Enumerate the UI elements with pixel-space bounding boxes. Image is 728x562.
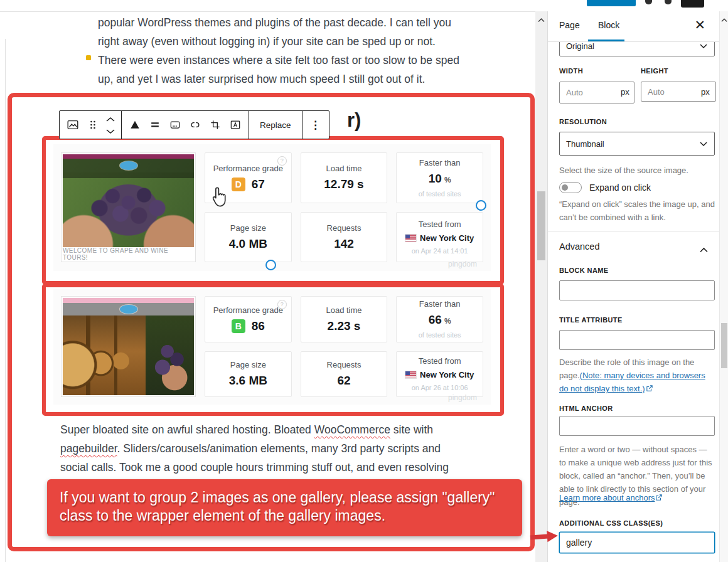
list-item-continued[interactable]: popular WordPress themes and plugins of … — [98, 13, 451, 51]
pingdom-watermark: pingdom — [448, 260, 477, 268]
performance-grade-card: ? Performance grade B 86 — [205, 296, 292, 342]
advanced-section-title[interactable]: Advanced — [559, 241, 600, 252]
hand-cursor — [211, 186, 228, 210]
site-screenshot-grapes — [63, 154, 194, 247]
link-icon[interactable] — [188, 117, 203, 132]
grade-badge: B — [232, 319, 245, 333]
options-button[interactable] — [681, 0, 704, 8]
learn-more-anchors-link[interactable]: Learn more about anchors — [559, 493, 655, 502]
scrollbar-thumb[interactable] — [721, 323, 727, 368]
metric-value: 66 — [429, 313, 442, 327]
page-size-card: Page size 3.6 MB — [205, 351, 292, 398]
requests-card: Requests 62 — [301, 351, 388, 398]
heading-fragment[interactable]: r) — [347, 109, 361, 132]
metric-unit: % — [444, 317, 451, 326]
wordpress-block-editor: popular WordPress themes and plugins of … — [0, 0, 728, 562]
pingdom-result-2[interactable]: ? Performance grade B 86 Load time 2.23 … — [53, 289, 491, 405]
metric-label: Faster than — [419, 299, 461, 309]
scrollbar-thumb[interactable] — [537, 191, 545, 260]
metric-value: 62 — [337, 374, 350, 388]
grade-badge: D — [232, 178, 245, 191]
site-thumbnail-card: WELCOME TO GRAPE AND WINE TOURS! — [61, 152, 196, 262]
crop-icon[interactable] — [208, 117, 223, 132]
tab-block[interactable]: Block — [598, 20, 619, 30]
metric-value: 142 — [334, 237, 354, 251]
resolution-select[interactable]: Thumbnail — [559, 132, 715, 156]
site-topbar — [63, 154, 194, 159]
resize-handle-right[interactable] — [476, 200, 486, 211]
us-flag-icon — [405, 235, 416, 241]
banner-line: class to the wrapper element of the gall… — [60, 507, 522, 525]
additional-css-label: ADDITIONAL CSS CLASS(ES) — [559, 519, 663, 527]
resize-handle-bottom[interactable] — [265, 260, 276, 270]
pingdom-watermark: pingdom — [448, 393, 477, 402]
help-icon[interactable] — [665, 0, 672, 4]
width-unit: px — [621, 87, 629, 97]
toggle-knob — [562, 184, 568, 191]
block-name-input[interactable] — [559, 280, 715, 300]
align-icon[interactable] — [147, 117, 163, 132]
scroll-up-icon[interactable] — [721, 14, 727, 25]
metric-value: 2.23 s — [328, 319, 361, 333]
height-label: HEIGHT — [641, 67, 668, 75]
text-line: social calls. Took me a good couple hour… — [60, 458, 449, 477]
replace-button[interactable]: Replace — [255, 120, 296, 130]
expand-on-click-help: “Expand on click” scales the image up, a… — [559, 198, 715, 224]
toolbar-group-image-tools — [122, 111, 249, 139]
metric-label: Load time — [326, 305, 361, 315]
duotone-filter-icon[interactable] — [127, 117, 142, 132]
image-size-value: Original — [566, 41, 594, 51]
metric-value: 10 — [429, 172, 442, 186]
chevron-up-icon[interactable] — [700, 244, 708, 255]
chevron-down-icon — [700, 41, 707, 51]
title-attribute-input[interactable] — [559, 330, 715, 350]
tab-page[interactable]: Page — [559, 20, 580, 30]
list-bullet — [86, 55, 91, 60]
title-attribute-note-link[interactable]: (Note: many devices and browsers do not … — [559, 371, 705, 393]
additional-css-input[interactable] — [559, 532, 715, 553]
block-name-label: BLOCK NAME — [559, 267, 609, 274]
text-line: Super bloated site on awful shared hosti… — [60, 420, 449, 439]
site-logo — [120, 161, 137, 170]
toolbar-group-block — [60, 111, 122, 139]
metric-city: New York City — [420, 233, 474, 243]
html-anchor-label: HTML ANCHOR — [559, 405, 613, 412]
height-unit: px — [701, 87, 710, 97]
expand-on-click-toggle[interactable] — [559, 182, 582, 193]
publish-button[interactable] — [587, 0, 636, 6]
metric-label: Tested from — [419, 220, 461, 229]
metric-date: on Apr 24 at 14:01 — [412, 247, 468, 255]
metric-label: Performance grade — [213, 164, 283, 173]
faster-than-card: Faster than 66 % of tested sites — [396, 296, 483, 342]
options-icon[interactable]: ⋮ — [308, 117, 323, 132]
site-header — [63, 159, 194, 172]
metric-value: 3.6 MB — [229, 374, 267, 388]
pingdom-result-1[interactable]: WELCOME TO GRAPE AND WINE TOURS! ? Perfo… — [53, 144, 491, 271]
list-item[interactable]: There were even instances where a site f… — [98, 51, 459, 88]
close-icon[interactable]: ✕ — [690, 18, 709, 32]
paragraph-block[interactable]: Super bloated site on awful shared hosti… — [60, 420, 449, 477]
faster-than-card: Faster than 10 % of tested sites — [396, 152, 483, 203]
annotation-banner: If you want to group 2 images as one gal… — [47, 479, 522, 536]
site-header — [63, 303, 194, 315]
move-down-icon[interactable] — [105, 125, 115, 137]
metric-subtext: of tested sites — [419, 331, 461, 339]
html-anchor-input[interactable] — [559, 416, 715, 436]
editor-scrollbar — [535, 11, 547, 562]
us-flag-icon — [405, 371, 416, 378]
help-icon: ? — [277, 156, 287, 166]
metric-city: New York City — [420, 370, 474, 379]
image-block-icon[interactable] — [65, 117, 80, 132]
toolbar-group-options: ⋮ — [302, 111, 329, 139]
site-screenshot-cellar — [63, 298, 194, 395]
banner-line: If you want to group 2 images as one gal… — [60, 489, 522, 507]
site-caption: WELCOME TO GRAPE AND WINE TOURS! — [63, 247, 194, 260]
caption-icon[interactable] — [168, 117, 183, 132]
settings-icon[interactable] — [645, 0, 652, 4]
metric-label: Page size — [230, 360, 266, 369]
drag-handle-icon[interactable] — [85, 117, 100, 132]
scroll-up-icon[interactable] — [538, 14, 545, 25]
site-topbar — [63, 298, 194, 303]
text-overlay-icon[interactable] — [228, 117, 243, 132]
move-up-icon[interactable] — [105, 114, 115, 125]
